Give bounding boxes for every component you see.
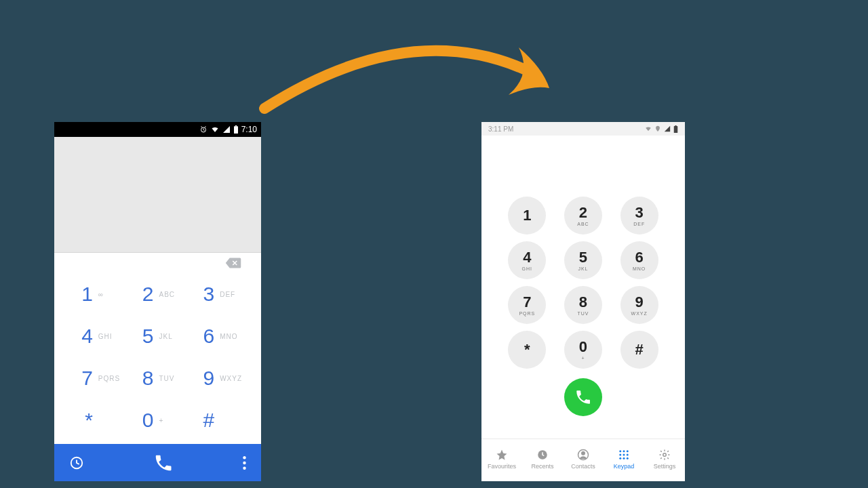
recents-icon[interactable]: [69, 455, 84, 470]
nav-label: Keypad: [614, 463, 635, 470]
svg-point-11: [582, 451, 585, 455]
signal-icon: [664, 125, 671, 132]
key-letters: +: [581, 356, 585, 361]
svg-point-20: [627, 457, 629, 459]
battery-icon: [673, 125, 678, 133]
key-0[interactable]: 0+: [127, 399, 189, 441]
key-*[interactable]: *: [66, 399, 127, 441]
key-4[interactable]: 4GHI: [66, 315, 127, 357]
key-letters: TUV: [577, 311, 589, 316]
nav-label: Settings: [654, 463, 676, 470]
key-8[interactable]: 8TUV: [127, 357, 189, 399]
clock-text: 7:10: [241, 125, 257, 134]
key-digit: 4: [523, 250, 531, 265]
status-bar: 3:11 PM: [481, 122, 685, 136]
key-0[interactable]: 0+: [564, 331, 602, 369]
notification-icon: [645, 125, 652, 132]
key-#[interactable]: #: [188, 399, 249, 441]
key-3[interactable]: 3DEF: [188, 273, 249, 315]
svg-point-4: [243, 456, 245, 459]
key-digit: 0: [133, 409, 153, 432]
key-2[interactable]: 2ABC: [564, 197, 602, 235]
nav-contacts[interactable]: Contacts: [563, 439, 604, 479]
key-digit: 7: [73, 367, 93, 390]
svg-rect-2: [235, 125, 236, 126]
key-digit: 8: [133, 367, 153, 390]
key-digit: 6: [635, 250, 644, 265]
key-letters: GHI: [98, 333, 121, 340]
svg-point-14: [627, 450, 629, 452]
svg-rect-8: [675, 125, 676, 126]
key-digit: 1: [73, 283, 93, 306]
key-letters: DEF: [633, 222, 645, 226]
key-digit: 6: [194, 325, 214, 348]
key-7[interactable]: 7PQRS: [66, 357, 127, 399]
svg-point-15: [619, 453, 621, 455]
key-6[interactable]: 6MNO: [620, 241, 658, 279]
key-digit: *: [73, 409, 93, 432]
key-digit: 4: [73, 325, 93, 348]
key-letters: GHI: [522, 266, 532, 271]
key-digit: 3: [194, 283, 214, 306]
key-*[interactable]: *: [508, 331, 546, 369]
key-letters: JKL: [578, 266, 588, 271]
key-5[interactable]: 5JKL: [127, 315, 189, 357]
call-button[interactable]: [146, 446, 180, 480]
keypad: 12ABC3DEF4GHI5JKL6MNO7PQRS8TUV9WXYZ*0+#: [481, 136, 685, 374]
key-digit: 9: [194, 367, 214, 390]
number-display: [54, 137, 261, 253]
svg-point-16: [623, 453, 625, 455]
svg-point-13: [623, 450, 625, 452]
bottom-bar: [54, 444, 261, 481]
key-9[interactable]: 9WXYZ: [188, 357, 249, 399]
nav-recents[interactable]: Recents: [522, 439, 563, 479]
key-1[interactable]: 1∞: [66, 273, 127, 315]
key-letters: JKL: [159, 333, 182, 340]
svg-point-17: [627, 453, 629, 455]
svg-rect-1: [234, 126, 238, 134]
key-letters: ABC: [159, 291, 182, 298]
key-3[interactable]: 3DEF: [620, 197, 658, 235]
key-5[interactable]: 5JKL: [564, 241, 602, 279]
key-letters: PQRS: [98, 375, 121, 382]
clock-text: 3:11 PM: [488, 125, 513, 133]
key-7[interactable]: 7PQRS: [508, 286, 546, 324]
overflow-icon[interactable]: [243, 456, 246, 470]
nav-favourites[interactable]: Favourites: [481, 439, 522, 479]
key-#[interactable]: #: [620, 331, 658, 369]
phone-left-dialer: 7:10 1∞2ABC3DEF4GHI5JKL6MNO7PQRS8TUV9WXY…: [54, 122, 261, 481]
nav-label: Recents: [531, 463, 553, 470]
key-letters: ABC: [577, 222, 589, 226]
nav-settings[interactable]: Settings: [644, 439, 685, 479]
key-9[interactable]: 9WXYZ: [620, 286, 658, 324]
key-letters: WXYZ: [220, 375, 243, 382]
key-digit: 1: [523, 208, 531, 223]
nav-label: Contacts: [571, 463, 595, 470]
keypad: 1∞2ABC3DEF4GHI5JKL6MNO7PQRS8TUV9WXYZ*0+#: [54, 273, 261, 441]
key-digit: 2: [133, 283, 153, 306]
key-6[interactable]: 6MNO: [188, 315, 249, 357]
signal-icon: [222, 125, 231, 134]
key-digit: #: [194, 409, 214, 432]
key-letters: DEF: [220, 291, 243, 298]
svg-rect-7: [674, 126, 678, 133]
svg-point-18: [619, 457, 621, 459]
key-digit: 0: [579, 340, 587, 354]
location-icon: [654, 125, 661, 132]
key-letters: PQRS: [519, 311, 535, 316]
nav-label: Favourites: [488, 463, 516, 470]
gear-icon: [658, 449, 671, 461]
key-2[interactable]: 2ABC: [127, 273, 189, 315]
key-digit: #: [635, 342, 644, 357]
backspace-icon[interactable]: [224, 257, 242, 269]
key-1[interactable]: 1: [508, 197, 546, 235]
contact-icon: [577, 449, 589, 461]
svg-point-6: [243, 466, 245, 469]
svg-point-5: [243, 461, 245, 464]
call-button[interactable]: [564, 378, 602, 416]
nav-keypad[interactable]: Keypad: [604, 439, 644, 479]
phone-right-dialer: 3:11 PM 12ABC3DEF4GHI5JKL6MNO7PQRS8TUV9W…: [481, 122, 685, 481]
key-8[interactable]: 8TUV: [564, 286, 602, 324]
key-4[interactable]: 4GHI: [508, 241, 546, 279]
key-digit: 3: [635, 205, 644, 220]
